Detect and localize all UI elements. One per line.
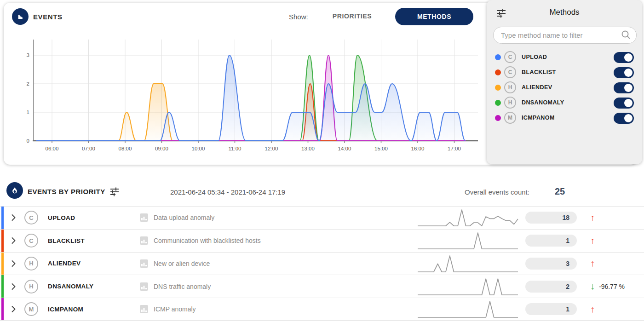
show-label: Show: bbox=[289, 13, 308, 21]
priority-color-strip bbox=[1, 298, 4, 320]
priority-rows: CUPLOADData upload anomaly18↑CBLACKLISTC… bbox=[0, 206, 644, 321]
flame-icon bbox=[10, 185, 20, 196]
method-toggle-blacklist[interactable] bbox=[614, 67, 634, 78]
priority-row-description: DNS traffic anomaly bbox=[154, 283, 416, 290]
priority-color-strip bbox=[1, 253, 4, 275]
priority-row-description: ICMP anomaly bbox=[154, 305, 416, 313]
priority-color-strip bbox=[1, 275, 4, 298]
svg-text:06:00: 06:00 bbox=[46, 146, 59, 151]
expand-chevron-icon[interactable] bbox=[11, 259, 18, 268]
priority-row-sparkline bbox=[416, 299, 522, 320]
svg-text:13:00: 13:00 bbox=[301, 146, 315, 151]
priority-row-upload[interactable]: CUPLOADData upload anomaly18↑ bbox=[0, 206, 644, 229]
priority-letter-badge: M bbox=[504, 112, 516, 124]
events-by-priority-header: EVENTS BY PRIORITY 2021-06-24 05:34 - 20… bbox=[0, 178, 644, 206]
expand-chevron-icon[interactable] bbox=[11, 305, 18, 313]
method-filter-input[interactable] bbox=[493, 27, 637, 44]
priority-letter-badge: C bbox=[504, 51, 516, 63]
priority-letter-badge: H bbox=[504, 81, 516, 93]
priority-filter-settings-button[interactable] bbox=[109, 186, 120, 197]
overall-events-count-value: 25 bbox=[555, 186, 565, 197]
date-range: 2021-06-24 05:34 - 2021-06-24 17:19 bbox=[170, 188, 285, 196]
method-label: DNSANOMALY bbox=[522, 99, 564, 106]
priority-letter-badge: H bbox=[504, 97, 516, 109]
svg-text:09:00: 09:00 bbox=[155, 146, 168, 151]
method-color-dot bbox=[495, 100, 501, 106]
priority-row-sparkline bbox=[416, 207, 522, 228]
method-label: UPLOAD bbox=[522, 54, 547, 60]
method-color-dot bbox=[495, 69, 501, 75]
trend-up-icon: ↑ bbox=[586, 213, 599, 223]
event-count-badge: 18 bbox=[525, 212, 577, 224]
method-label: BLACKLIST bbox=[522, 69, 556, 75]
svg-text:16:00: 16:00 bbox=[411, 146, 425, 151]
event-count-badge: 2 bbox=[525, 281, 577, 293]
priority-row-description: Data upload anomaly bbox=[154, 214, 416, 221]
svg-text:1: 1 bbox=[27, 109, 29, 115]
trend-percent: -96.77 % bbox=[599, 283, 638, 290]
event-count-badge: 1 bbox=[525, 235, 577, 247]
tab-priorities[interactable]: PRIORITIES bbox=[328, 12, 376, 20]
method-filter bbox=[493, 27, 637, 44]
svg-text:10:00: 10:00 bbox=[192, 146, 205, 151]
method-item-icmpanom[interactable]: MICMPANOM bbox=[487, 110, 642, 126]
histogram-icon bbox=[15, 12, 25, 22]
trend-up-icon: ↑ bbox=[586, 236, 599, 246]
expand-chevron-icon[interactable] bbox=[11, 236, 18, 245]
priority-letter-badge: C bbox=[24, 211, 38, 224]
method-toggle-icmpanom[interactable] bbox=[614, 113, 634, 124]
priority-row-description: New or alien device bbox=[154, 260, 416, 267]
priority-row-name: ALIENDEV bbox=[48, 260, 140, 267]
svg-text:08:00: 08:00 bbox=[119, 146, 132, 151]
trend-down-icon: ↓ bbox=[586, 281, 599, 292]
method-toggle-dnsanomaly[interactable] bbox=[614, 98, 634, 109]
priority-panel-icon bbox=[6, 182, 23, 199]
method-item-aliendev[interactable]: HALIENDEV bbox=[487, 80, 642, 95]
priority-row-aliendev[interactable]: HALIENDEVNew or alien device3↑ bbox=[0, 252, 644, 275]
priority-letter-badge: C bbox=[504, 66, 516, 78]
method-item-upload[interactable]: CUPLOAD bbox=[487, 50, 642, 65]
overall-events-count-label: Overall events count: bbox=[465, 188, 529, 196]
priority-color-strip bbox=[1, 207, 4, 229]
priority-row-icmpanom[interactable]: MICMPANOMICMP anomaly1↑ bbox=[0, 298, 644, 321]
tune-icon bbox=[109, 186, 120, 197]
svg-text:12:00: 12:00 bbox=[265, 146, 278, 151]
method-toggle-upload[interactable] bbox=[614, 52, 634, 63]
mini-chart-icon bbox=[140, 213, 148, 222]
svg-text:3: 3 bbox=[27, 52, 29, 58]
method-item-dnsanomaly[interactable]: HDNSANOMALY bbox=[487, 95, 642, 110]
priority-row-description: Communication with blacklisted hosts bbox=[154, 237, 416, 244]
mini-chart-icon bbox=[140, 259, 148, 268]
priority-letter-badge: H bbox=[24, 257, 38, 270]
method-label: ICMPANOM bbox=[522, 115, 555, 121]
mini-chart-icon bbox=[140, 305, 148, 313]
toggle-knob bbox=[624, 53, 632, 62]
method-color-dot bbox=[495, 54, 501, 60]
svg-text:17:00: 17:00 bbox=[448, 146, 461, 151]
methods-panel-title: Methods bbox=[487, 8, 642, 17]
method-toggle-aliendev[interactable] bbox=[614, 82, 634, 93]
priority-row-sparkline bbox=[416, 276, 522, 297]
method-item-blacklist[interactable]: CBLACKLIST bbox=[487, 65, 642, 80]
priority-row-blacklist[interactable]: CBLACKLISTCommunication with blacklisted… bbox=[0, 229, 644, 252]
expand-chevron-icon[interactable] bbox=[11, 213, 18, 222]
method-color-dot bbox=[495, 115, 501, 121]
priority-row-dnsanomaly[interactable]: HDNSANOMALYDNS traffic anomaly2↓-96.77 % bbox=[0, 275, 644, 298]
priority-letter-badge: M bbox=[24, 302, 38, 316]
priority-letter-badge: H bbox=[24, 280, 38, 293]
method-color-dot bbox=[495, 85, 501, 91]
toggle-knob bbox=[624, 99, 632, 107]
events-area-chart: 012306:0007:0008:0009:0010:0011:0012:001… bbox=[7, 31, 490, 158]
svg-text:2: 2 bbox=[27, 81, 29, 86]
priority-row-sparkline bbox=[416, 230, 522, 251]
methods-panel: Methods CUPLOADCBLACKLISTHALIENDEVHDNSAN… bbox=[487, 0, 642, 164]
mini-chart-icon bbox=[140, 282, 148, 291]
svg-text:15:00: 15:00 bbox=[374, 146, 388, 151]
svg-text:14:00: 14:00 bbox=[338, 146, 351, 151]
event-count-badge: 3 bbox=[525, 258, 577, 270]
expand-chevron-icon[interactable] bbox=[11, 282, 18, 291]
tab-methods[interactable]: METHODS bbox=[395, 8, 473, 25]
mini-chart-icon bbox=[140, 236, 148, 245]
search-icon bbox=[621, 30, 631, 40]
svg-text:0: 0 bbox=[27, 138, 29, 144]
